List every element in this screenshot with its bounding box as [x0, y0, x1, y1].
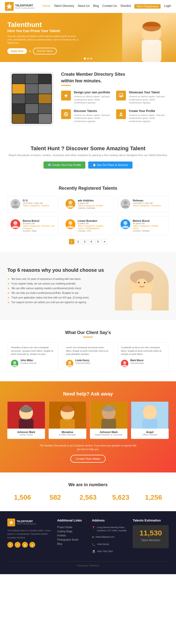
page-btn-2[interactable]: 2	[76, 239, 81, 244]
talent-card-1[interactable]: ade Addinku 6 years old Talent Categorie…	[62, 196, 114, 212]
logo-name: TALENTHUNT	[15, 4, 35, 7]
testimonials-title: What Our Client Say's	[7, 330, 169, 335]
svg-point-34	[60, 405, 75, 412]
hero-image	[122, 13, 176, 62]
create-profile-button[interactable]: 🆓 Create Your Free Profile	[44, 162, 85, 168]
footer-link-3[interactable]: Photography Studio	[57, 538, 87, 542]
team-role-0: Acting Trainer	[7, 434, 45, 436]
nav-blog[interactable]: Blog	[93, 4, 99, 8]
team-card-2[interactable]: Johnson Mark Digital Marketer & Associat…	[90, 402, 128, 439]
talents-title: Recently Registered Talents	[7, 186, 169, 191]
feature-showcase-text: Showcase Your Talent Vivamus eu ultrices…	[129, 91, 166, 104]
author-avatar-1	[66, 360, 73, 367]
apply-now-button[interactable]: Apply Now	[7, 48, 27, 54]
svg-rect-29	[19, 419, 33, 428]
hero-dot-2[interactable]	[87, 58, 89, 60]
page-btn-next[interactable]: »	[102, 239, 107, 244]
nav-talent-directory[interactable]: Talent Directory	[54, 4, 74, 8]
google-icon[interactable]: g	[22, 542, 28, 548]
talent-info-5: Meloni Brock 40 years old Talent Categor…	[133, 219, 166, 232]
tablet-mockup	[10, 72, 54, 126]
contact-team-button[interactable]: Contact Team Mates	[70, 455, 106, 463]
testimonial-text-0: Phasellus at lacus non sem consequat acc…	[11, 346, 55, 356]
svg-point-14	[123, 201, 127, 204]
feature-profile-desc: Vivamus eu ultrices sapien. Sed quis con…	[129, 114, 166, 123]
author-info-0: John Miller Creative Director	[20, 359, 37, 368]
talent-cat-0: Shortlist	[41, 204, 49, 207]
nav-home[interactable]: Home	[43, 4, 50, 8]
author-avatar-0	[11, 360, 18, 367]
testimonials-underline	[83, 337, 93, 338]
hero-dot-3[interactable]	[90, 58, 92, 60]
feature-showcase-desc: Vivamus eu ultrices sapien. Sed quis con…	[129, 95, 166, 104]
talent-cat-4: Models, Actors, Photographers	[78, 225, 104, 230]
testimonials-grid: Phasellus at lacus non sem consequat acc…	[7, 342, 169, 372]
talent-card-5[interactable]: Meloni Brock 40 years old Talent Categor…	[117, 216, 169, 235]
feature-discover-title: Discover Talents	[74, 109, 111, 113]
talent-name-1: ade Addinku	[78, 199, 103, 202]
talent-name-0: G G	[23, 199, 49, 202]
footer-link-2[interactable]: Portfolio	[57, 534, 87, 538]
team-card-3[interactable]: Angel Office Assistant	[131, 402, 169, 439]
footer-link-0[interactable]: Project Studio	[57, 525, 87, 529]
logo[interactable]: TALENTHUNT Model Casting Agency	[5, 2, 35, 11]
team-role-2: Digital Marketer & Associate	[90, 434, 128, 436]
footer-link-1[interactable]: Casting Stage	[57, 529, 87, 534]
svg-rect-37	[101, 419, 116, 428]
svg-point-25	[68, 361, 71, 364]
twitter-icon[interactable]: t	[15, 542, 20, 548]
feature-profile-text: Create Your Profile Vivamus eu ultrices …	[129, 109, 166, 123]
see-plans-button[interactable]: 📋 See Our Plans & Services	[88, 162, 132, 168]
talent-info-4: Linasi Brandon 6 years old Talent Catego…	[78, 219, 110, 232]
svg-point-22	[138, 282, 140, 283]
talent-counter: 11,530 Talent Members	[133, 525, 169, 548]
feature-discover-text: Discover Talents Vivamus eu ultrices sap…	[74, 109, 111, 123]
author-info-2: Mark Messi Administration	[130, 359, 144, 368]
talent-card-4[interactable]: Linasi Brandon 6 years old Talent Catego…	[62, 216, 114, 235]
footer-talent-title: Talents Estimation	[133, 518, 169, 522]
talent-name-2: Rehman	[133, 199, 161, 202]
page-btn-5[interactable]: 5	[95, 239, 101, 244]
talent-card-0[interactable]: G G Less than 1 year old Talent Categori…	[7, 196, 59, 212]
talent-label: Talent Members	[136, 538, 165, 542]
numbers-section: We are in numbers 1,506 582 2,563 5,623 …	[0, 472, 176, 511]
features-heading2: within few minutes.	[61, 78, 166, 84]
nav-shortlist[interactable]: Shortlist	[120, 4, 131, 8]
talent-name-5: Meloni Brock	[133, 219, 166, 222]
talent-age-5: 40 years old	[133, 222, 166, 225]
page-btn-3[interactable]: 3	[82, 239, 88, 244]
nav-contact[interactable]: Contact Us	[102, 4, 117, 8]
footer-links: Additional Links Project Studio Casting …	[57, 518, 87, 556]
svg-marker-5	[64, 94, 68, 98]
youtube-icon[interactable]: y	[29, 542, 35, 548]
page-btn-1[interactable]: 1	[69, 239, 74, 244]
talent-card-2[interactable]: Rehman Less than 1 year old Talent Categ…	[117, 196, 169, 212]
nav-login[interactable]: Login	[164, 4, 171, 8]
footer-link-4[interactable]: Blog	[57, 542, 87, 546]
footer-address: Address 📍 Long Edward Meeting Place, Can…	[92, 518, 128, 556]
team-section: Need help? Ask away Johnson Mark Acting …	[0, 381, 176, 472]
talent-age-3: 44 years old	[23, 222, 56, 225]
reason-4: We can help you build a professional por…	[7, 291, 107, 295]
talent-pagination: 1 2 3 4 5 »	[7, 239, 169, 244]
svg-point-15	[13, 221, 17, 225]
find-talent-button[interactable]: Find the Talent	[33, 48, 57, 54]
footer-about: TALENTHUNT Model Casting Agency The webs…	[7, 518, 52, 556]
talent-card-3[interactable]: Beena Boirul 44 years old Talent Categor…	[7, 216, 59, 235]
facebook-icon[interactable]: f	[7, 542, 13, 548]
team-name-0: Johnson Mark	[7, 430, 45, 434]
team-card-1[interactable]: Monalisa & Office Manager	[49, 402, 86, 439]
reasons-title: Top 6 reasons why you should choose us	[7, 267, 107, 273]
number-3: 5,623	[106, 494, 136, 502]
nav-registration[interactable]: Talent Registration	[134, 4, 161, 8]
page-btn-4[interactable]: 4	[89, 239, 94, 244]
hero-description: Ours der imperdiet visi feullam molesti …	[7, 35, 81, 45]
number-val-1: 582	[40, 494, 70, 502]
team-card-0[interactable]: Johnson Mark Acting Trainer	[7, 402, 45, 439]
hero-dot-1[interactable]	[84, 58, 86, 60]
location-icon: 📍	[92, 526, 95, 530]
svg-point-23	[144, 282, 145, 283]
testimonial-author-0: John Miller Creative Director	[11, 359, 55, 368]
team-name-1: Monalisa	[49, 430, 86, 434]
nav-about[interactable]: About Us	[78, 4, 89, 8]
